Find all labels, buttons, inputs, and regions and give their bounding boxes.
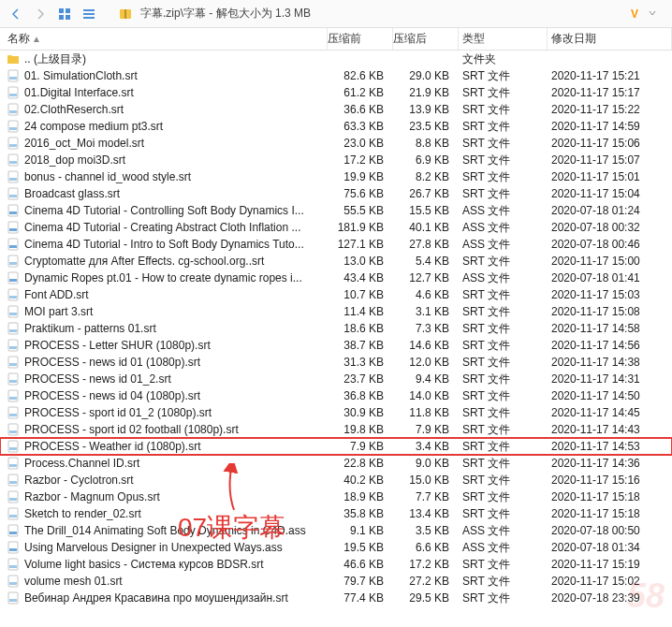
file-type: SRT 文件	[459, 186, 548, 202]
svg-rect-57	[8, 474, 18, 486]
file-row[interactable]: PROCESS - sport id 02 football (1080p).s…	[0, 421, 672, 438]
forward-button[interactable]	[30, 4, 51, 24]
file-row[interactable]: 01. SimulationCloth.srt82.6 KB29.0 KBSRT…	[0, 67, 672, 84]
srt-icon	[6, 558, 21, 571]
file-row[interactable]: PROCESS - news id 01 (1080p).srt31.3 KB1…	[0, 354, 672, 371]
file-row[interactable]: Cinema 4D Tutorial - Controlling Soft Bo…	[0, 202, 672, 219]
file-row[interactable]: Broadcast glass.srt75.6 KB26.7 KBSRT 文件2…	[0, 185, 672, 202]
path-divider-v[interactable]: V	[625, 7, 644, 21]
file-type: SRT 文件	[459, 372, 548, 387]
file-row[interactable]: bonus - channel id_wood style.srt19.9 KB…	[0, 168, 672, 185]
svg-rect-37	[8, 306, 18, 317]
path-text: 字幕.zip\字幕 - 解包大小为 1.3 MB	[140, 6, 621, 22]
header-uncompressed[interactable]: 压缩后	[393, 28, 459, 50]
svg-rect-0	[59, 8, 64, 13]
file-row[interactable]: Вебинар Андрея Красавина про моушендизай…	[0, 590, 672, 606]
view-grid-button[interactable]	[54, 4, 75, 24]
svg-rect-51	[8, 424, 18, 435]
srt-icon	[6, 103, 21, 116]
file-row[interactable]: Cryptomatte для After Effects. cg-school…	[0, 253, 672, 270]
header-compressed[interactable]: 压缩前	[328, 28, 393, 50]
size-post: 7.9 KB	[393, 423, 459, 436]
header-modified[interactable]: 修改日期	[548, 28, 672, 50]
view-list-button[interactable]	[79, 4, 99, 24]
file-row[interactable]: 01.Digital Interface.srt61.2 KB21.9 KBSR…	[0, 84, 672, 101]
file-name: bonus - channel id_wood style.srt	[24, 170, 328, 183]
file-name: PROCESS - Weather id (1080p).srt	[24, 440, 328, 453]
file-type: SRT 文件	[459, 422, 548, 438]
file-row[interactable]: 24 compose medium pt3.srt63.3 KB23.5 KBS…	[0, 118, 672, 135]
srt-icon	[6, 389, 21, 402]
file-row[interactable]: MOI part 3.srt11.4 KB3.1 KBSRT 文件2020-11…	[0, 303, 672, 320]
file-row[interactable]: 2016_oct_Moi model.srt23.0 KB8.8 KBSRT 文…	[0, 135, 672, 152]
svg-rect-33	[8, 272, 18, 284]
size-post: 4.6 KB	[393, 288, 459, 301]
srt-icon	[6, 120, 21, 133]
svg-rect-25	[8, 205, 18, 216]
size-pre: 127.1 KB	[328, 238, 393, 251]
file-row[interactable]: Dynamic Ropes pt.01 - How to create dyna…	[0, 270, 672, 286]
svg-rect-22	[9, 178, 17, 181]
file-row[interactable]: Praktikum - patterns 01.srt18.6 KB7.3 KB…	[0, 320, 672, 337]
file-row[interactable]: Process.Channel ID.srt22.8 KB9.0 KBSRT 文…	[0, 455, 672, 472]
size-post: 40.1 KB	[393, 221, 459, 234]
path-bar[interactable]: 字幕.zip\字幕 - 解包大小为 1.3 MB V	[112, 4, 666, 24]
svg-rect-63	[8, 525, 18, 536]
svg-rect-48	[9, 397, 17, 400]
file-row[interactable]: Sketch to render_02.srt35.8 KB13.4 KBSRT…	[0, 505, 672, 522]
svg-rect-64	[9, 532, 17, 534]
file-row[interactable]: PROCESS - Weather id (1080p).srt7.9 KB3.…	[0, 438, 672, 455]
srt-icon	[6, 137, 21, 150]
srt-icon	[6, 490, 21, 503]
size-post: 3.4 KB	[393, 440, 459, 453]
file-row[interactable]: 2018_dop moi3D.srt17.2 KB6.9 KBSRT 文件202…	[0, 152, 672, 168]
header-name[interactable]: 名称▲	[0, 28, 328, 50]
file-list[interactable]: .. (上级目录)文件夹01. SimulationCloth.srt82.6 …	[0, 51, 672, 627]
file-name: The Drill_014 Animating Soft Body Dynami…	[24, 524, 328, 537]
file-row[interactable]: Volume light basics - Система курсов BDS…	[0, 556, 672, 573]
file-type: SRT 文件	[459, 456, 548, 472]
file-row[interactable]: The Drill_014 Animating Soft Body Dynami…	[0, 522, 672, 539]
srt-icon	[6, 474, 21, 487]
file-date: 2020-07-18 01:34	[548, 541, 672, 554]
file-row[interactable]: Cinema 4D Tutorial - Intro to Soft Body …	[0, 236, 672, 253]
parent-dir-row[interactable]: .. (上级目录)文件夹	[0, 51, 672, 67]
svg-rect-49	[8, 407, 18, 418]
file-type: ASS 文件	[459, 540, 548, 556]
file-name: .. (上级目录)	[24, 51, 328, 67]
file-row[interactable]: PROCESS - Letter SHUR (1080p).srt38.7 KB…	[0, 337, 672, 354]
file-row[interactable]: Font ADD.srt10.7 KB4.6 KBSRT 文件2020-11-1…	[0, 286, 672, 303]
size-post: 9.4 KB	[393, 372, 459, 386]
file-row[interactable]: Razbor - Cyclotron.srt40.2 KB15.0 KBSRT …	[0, 472, 672, 488]
file-name: Razbor - Cyclotron.srt	[24, 474, 328, 487]
file-row[interactable]: PROCESS - news id 04 (1080p).srt36.8 KB1…	[0, 387, 672, 404]
file-name: 01. SimulationCloth.srt	[24, 69, 328, 82]
file-row[interactable]: volume mesh 01.srt79.7 KB27.2 KBSRT 文件20…	[0, 573, 672, 590]
size-post: 7.7 KB	[393, 490, 459, 503]
file-row[interactable]: Cinema 4D Tutorial - Creating Abstract C…	[0, 219, 672, 236]
file-date: 2020-11-17 15:16	[548, 474, 672, 487]
file-row[interactable]: Razbor - Magnum Opus.srt18.9 KB7.7 KBSRT…	[0, 488, 672, 505]
file-row[interactable]: 02.ClothReserch.srt36.6 KB13.9 KBSRT 文件2…	[0, 101, 672, 118]
file-date: 2020-11-17 15:01	[548, 170, 672, 183]
back-button[interactable]	[6, 4, 26, 24]
size-post: 29.0 KB	[393, 69, 459, 82]
file-date: 2020-11-17 14:31	[548, 372, 672, 386]
file-name: Process.Channel ID.srt	[24, 457, 328, 470]
file-date: 2020-11-17 14:53	[548, 440, 672, 453]
file-date: 2020-11-17 15:18	[548, 507, 672, 520]
file-date: 2020-11-17 14:58	[548, 322, 672, 335]
file-type: SRT 文件	[459, 506, 548, 522]
column-headers: 名称▲ 压缩前 压缩后 类型 修改日期	[0, 28, 672, 51]
header-type[interactable]: 类型	[459, 28, 548, 50]
file-name: Cinema 4D Tutorial - Intro to Soft Body …	[24, 238, 328, 251]
size-pre: 82.6 KB	[328, 69, 393, 82]
file-name: 24 compose medium pt3.srt	[24, 120, 328, 133]
dropdown-icon[interactable]	[648, 7, 657, 21]
svg-rect-29	[8, 239, 18, 250]
size-post: 6.6 KB	[393, 541, 459, 554]
file-row[interactable]: PROCESS - sport id 01_2 (1080p).srt30.9 …	[0, 404, 672, 421]
file-type: SRT 文件	[459, 304, 548, 320]
file-row[interactable]: Using Marvelous Designer in Unexpected W…	[0, 539, 672, 556]
file-row[interactable]: PROCESS - news id 01_2.srt23.7 KB9.4 KBS…	[0, 371, 672, 387]
